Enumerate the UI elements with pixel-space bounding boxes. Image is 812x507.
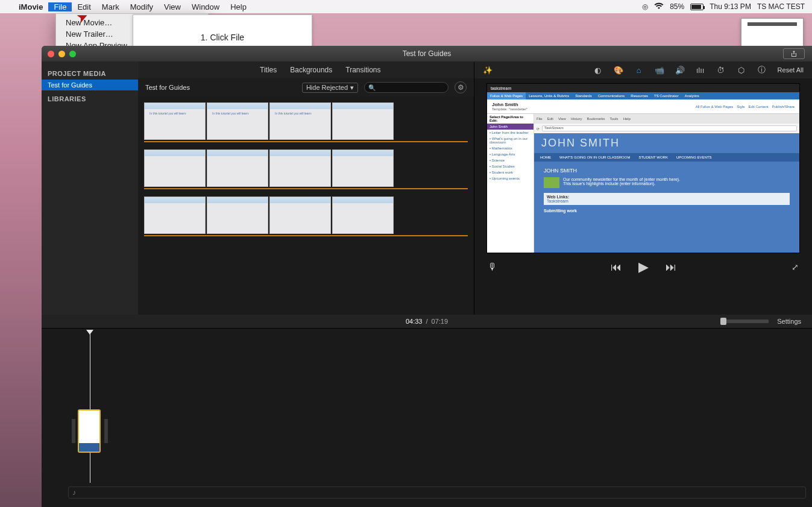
preview-content: FileEditViewHistoryBookmarksToolsHelp ⟳T… xyxy=(534,114,799,253)
clip-thumb[interactable]: In this tutorial you will learn: xyxy=(269,102,331,140)
clip-thumb[interactable] xyxy=(207,197,268,234)
preview-bigname: JOHN SMITH xyxy=(534,133,799,153)
menu-view[interactable]: View xyxy=(159,2,186,11)
zoom-slider[interactable] xyxy=(720,320,769,323)
close-button[interactable] xyxy=(48,51,54,57)
imovie-window: Test for Guides PROJECT MEDIA Test for G… xyxy=(42,46,812,507)
tab-titles[interactable]: Titles xyxy=(260,66,277,74)
crop-icon[interactable]: ⌂ xyxy=(634,65,644,75)
zoom-button[interactable] xyxy=(69,51,76,57)
play-button[interactable]: ▶ xyxy=(638,259,649,275)
window-title: Test for Guides xyxy=(403,49,452,58)
sidebar-header-libraries: LIBRARIES xyxy=(42,90,138,105)
timeline[interactable]: ♪ xyxy=(42,328,812,507)
playhead[interactable] xyxy=(90,333,90,483)
tab-backgrounds[interactable]: Backgrounds xyxy=(290,66,332,74)
overlay-icon[interactable]: ⬡ xyxy=(737,65,746,75)
submit-hdr: Submitting work xyxy=(544,209,790,213)
preview-template: Template: "newsletter" xyxy=(492,107,527,111)
search-input[interactable]: 🔍 xyxy=(364,82,448,93)
browser: Titles Backgrounds Transitions Test for … xyxy=(138,61,474,315)
weblink: Taskstream xyxy=(547,199,787,203)
preview-toolbar: ✨ ◐ 🎨 ⌂ 📹 🔊 ılıı ⏱ ⬡ ⓘ Reset All xyxy=(474,61,812,78)
battery-percent: 85% xyxy=(670,2,684,11)
menubar: iMovie File Edit Mark Modify View Window… xyxy=(0,0,812,13)
prev-button[interactable]: ⏮ xyxy=(611,261,622,274)
url-bar: TaskStream xyxy=(542,125,797,131)
desc2: This issue's highlights include (enter i… xyxy=(563,181,680,186)
preview-user: John Smith xyxy=(492,102,527,107)
browser-tabs: Titles Backgrounds Transitions xyxy=(138,61,474,78)
eq-icon[interactable]: ılıı xyxy=(696,65,705,75)
filter-bar: Test for Guides Hide Rejected▾ 🔍 ⚙ xyxy=(138,78,474,96)
callout-1-text: 1. Click File xyxy=(201,33,244,42)
next-button[interactable]: ⏭ xyxy=(666,261,676,274)
playback-controls: 🎙 ⏮ ▶ ⏭ ⤢ xyxy=(474,256,812,279)
volume-icon[interactable]: 🔊 xyxy=(675,65,685,75)
clip-thumb[interactable] xyxy=(144,150,206,187)
time-current: 04:33 xyxy=(406,318,423,325)
clip-thumb[interactable]: In this tutorial you will learn: xyxy=(207,102,268,140)
clip-thumb[interactable] xyxy=(269,150,331,187)
timeline-clip[interactable] xyxy=(78,409,101,453)
stabilize-icon[interactable]: 📹 xyxy=(655,65,664,75)
side-header: Select Page/Area to Edit: xyxy=(487,114,533,124)
settings-button[interactable]: Settings xyxy=(777,318,801,325)
clip-thumb[interactable] xyxy=(269,197,331,234)
wand-icon[interactable]: ✨ xyxy=(483,65,493,75)
battery-icon xyxy=(690,4,703,10)
user-name[interactable]: TS MAC TEST xyxy=(757,2,805,11)
clip-thumb[interactable] xyxy=(332,150,394,187)
clip-thumb[interactable] xyxy=(332,197,394,234)
speed-icon[interactable]: ⏱ xyxy=(716,65,726,75)
menu-help[interactable]: Help xyxy=(225,2,252,11)
weblinks-hdr: Web Links: xyxy=(547,195,787,199)
preview-btns: All Folios & Web PagesStyleEdit ContentP… xyxy=(692,104,795,109)
filter-title: Test for Guides xyxy=(145,84,236,91)
mic-icon[interactable]: 🎙 xyxy=(488,262,497,272)
menu-mark[interactable]: Mark xyxy=(96,2,125,11)
brand: taskstream xyxy=(491,86,511,90)
menu-modify[interactable]: Modify xyxy=(125,2,159,11)
subname: JOHN SMITH xyxy=(544,168,790,174)
hide-rejected-select[interactable]: Hide Rejected▾ xyxy=(302,83,358,93)
clip-thumb[interactable] xyxy=(144,197,206,234)
preview-panel: ✨ ◐ 🎨 ⌂ 📹 🔊 ılıı ⏱ ⬡ ⓘ Reset All taskstr… xyxy=(474,61,812,315)
menu-window[interactable]: Window xyxy=(186,2,225,11)
info-icon[interactable]: ⓘ xyxy=(757,65,767,75)
app-name[interactable]: iMovie xyxy=(13,2,48,11)
preview-navtabs: Folios & Web PagesLessons, Units & Rubri… xyxy=(487,92,799,99)
clip-thumb[interactable] xyxy=(207,150,268,187)
sidebar-selected[interactable]: Test for Guides xyxy=(42,80,138,90)
titlebar: Test for Guides xyxy=(42,46,812,61)
clip-thumb[interactable] xyxy=(332,102,394,140)
clip-thumb[interactable]: In this tutorial you will learn: xyxy=(144,102,206,140)
clip-handle[interactable] xyxy=(104,419,108,443)
sidebar: PROJECT MEDIA Test for Guides LIBRARIES xyxy=(42,61,138,315)
timecode-bar: 04:33 / 07:19 Settings xyxy=(42,315,812,328)
side-purple: John Smith xyxy=(487,124,533,130)
balance-icon[interactable]: ◐ xyxy=(593,65,603,75)
preview-side: Select Page/Area to Edit: John Smith • L… xyxy=(487,114,534,253)
share-button[interactable] xyxy=(783,48,805,59)
expand-icon[interactable]: ⤢ xyxy=(792,262,799,272)
menu-file[interactable]: File xyxy=(48,2,72,11)
gear-icon[interactable]: ⚙ xyxy=(455,81,467,93)
clip-grid: In this tutorial you will learn: In this… xyxy=(138,96,474,315)
reset-all-button[interactable]: Reset All xyxy=(778,66,804,74)
sidebar-header-project: PROJECT MEDIA xyxy=(42,65,138,80)
preview-nav2: HOMEWHAT'S GOING ON IN OUR CLASSROOMSTUD… xyxy=(534,153,799,162)
tab-transitions[interactable]: Transitions xyxy=(345,66,380,74)
clip-handle[interactable] xyxy=(72,419,75,443)
audio-track[interactable]: ♪ xyxy=(68,487,806,499)
color-icon[interactable]: 🎨 xyxy=(614,65,623,75)
wifi-icon[interactable] xyxy=(654,2,664,11)
clock[interactable]: Thu 9:13 PM xyxy=(710,2,751,11)
browser-menus: FileEditViewHistoryBookmarksToolsHelp xyxy=(534,114,799,124)
time-total: 07:19 xyxy=(432,318,448,325)
cc-icon[interactable]: ◎ xyxy=(642,2,648,11)
desc: Our community newsletter for the month o… xyxy=(563,177,680,181)
minimize-button[interactable] xyxy=(58,51,65,57)
preview-frame[interactable]: taskstream Folios & Web PagesLessons, Un… xyxy=(486,83,800,253)
